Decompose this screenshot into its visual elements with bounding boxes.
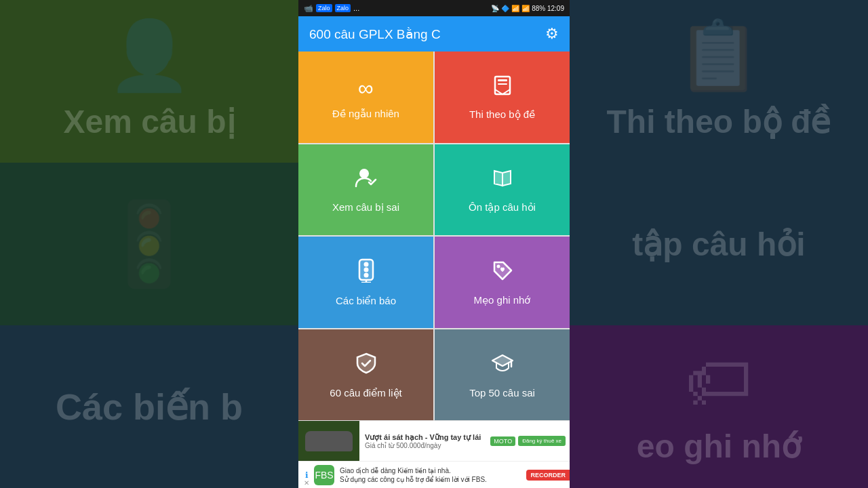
grid-item-cac-bien-bao[interactable]: Các biển báo [298,237,433,328]
grid-item-meo-ghi-nho[interactable]: Mẹo ghi nhớ [435,237,570,328]
svg-point-7 [363,273,368,278]
bg-panel-bot-right: 🏷 eo ghi nhớ [570,325,868,488]
ad-badge: MOTO [490,436,515,446]
status-bar: 📹 Zalo Zalo ... 📡 🔷 📶 📶 88% 12:09 [298,0,570,16]
recorder-badge: RECORDER [526,470,570,481]
grid-item-60-cau-diem-liet[interactable]: 60 câu điểm liệt [298,329,433,421]
main-grid: ∞ Đề ngẫu nhiên Thi theo bộ đề [298,52,570,420]
on-tap-cau-hoi-label: Ôn tập câu hỏi [469,201,536,214]
top-50-cau-sai-label: Top 50 câu sai [469,387,535,399]
ad-content: Vượt ái sát hạch - Vững tay tự lái Giá c… [359,430,490,452]
thi-theo-bo-de-label: Thi theo bộ đề [469,108,535,121]
zalo-icon-1: Zalo [316,4,332,12]
cac-bien-bao-label: Các biển báo [336,295,396,307]
cast-icon: 📡 [491,5,499,12]
book-open-icon [491,167,514,195]
camera-icon: 📹 [304,4,313,13]
battery-text: 88% 12:09 [532,5,564,12]
signal-icon: 📶 [521,5,530,12]
more-dots: ... [353,4,359,12]
shield-check-icon [355,352,378,380]
bg-panel-mid-left: 🚦 [0,163,298,325]
svg-marker-11 [492,355,513,366]
xem-cau-bi-sai-label: Xem câu bị sai [332,201,399,214]
bg-text-tap: tập câu hỏi [625,218,812,270]
bg-text-thi: Thi theo bộ đề [600,96,838,147]
tag-heart-icon [491,259,514,287]
bg-text-meo: eo ghi nhớ [630,420,808,472]
svg-rect-1 [498,79,507,81]
background-right: 📋 Thi theo bộ đề tập câu hỏi 🏷 eo ghi nh… [570,0,868,488]
bookmark-icon [492,75,513,102]
grid-item-de-ngau-nhien[interactable]: ∞ Đề ngẫu nhiên [298,52,433,143]
bg-text-xem: Xem câu bị [56,96,241,147]
ad-car-image [298,421,359,462]
svg-rect-2 [498,83,507,85]
settings-icon[interactable]: ⚙ [545,25,559,43]
graduation-icon [491,352,514,380]
bluetooth-icon: 🔷 [501,5,509,12]
infinity-icon: ∞ [358,76,374,101]
svg-point-6 [363,268,368,272]
ad-banner[interactable]: Vượt ái sát hạch - Vững tay tự lái Giá c… [298,420,570,461]
wifi-icon: 📶 [511,5,519,12]
phone-screen: 📹 Zalo Zalo ... 📡 🔷 📶 📶 88% 12:09 600 câ… [298,0,570,488]
60-cau-diem-liet-label: 60 câu điểm liệt [330,387,401,399]
app-header: 600 câu GPLX Bằng C ⚙ [298,16,570,52]
ad-subtitle: Giá chỉ từ 500.000đ/ngày [365,442,485,449]
bg-panel-bot-left: Các biến b [0,325,298,488]
svg-point-5 [363,262,368,267]
bg-icon-book: 📋 [600,16,838,96]
car-shape [305,431,353,451]
background-left: 👤 Xem câu bị 🚦 Các biến b [0,0,298,488]
bg-icon-person: 👤 [56,16,241,96]
bg-icon-traffic: 🚦 [98,197,200,292]
fbs-icon: FBS [314,465,334,485]
meo-ghi-nho-label: Mẹo ghi nhớ [474,294,531,306]
grid-item-top-50-cau-sai[interactable]: Top 50 câu sai [435,329,570,421]
person-check-icon [355,167,378,195]
bg-icon-tag: 🏷 [630,342,808,420]
bg-panel-mid-right: tập câu hỏi [570,163,868,325]
svg-point-10 [496,265,500,268]
app-title: 600 câu GPLX Bằng C [309,26,441,42]
bg-text-bien: Các biến b [49,379,250,435]
grid-item-on-tap-cau-hoi[interactable]: Ôn tập câu hỏi [435,144,570,236]
de-ngau-nhien-label: Đề ngẫu nhiên [332,108,399,120]
grid-item-xem-cau-bi-sai[interactable]: Xem câu bị sai [298,144,433,236]
status-right: 📡 🔷 📶 📶 88% 12:09 [491,5,564,12]
status-left: 📹 Zalo Zalo ... [304,4,359,13]
info-icon: ℹ [305,470,309,480]
close-button[interactable]: ✕ [304,479,309,487]
traffic-light-icon [357,258,376,288]
ad-title: Vượt ái sát hạch - Vững tay tự lái [365,433,485,442]
bg-panel-top-left: 👤 Xem câu bị [0,0,298,163]
ad-button[interactable]: Đăng ký thuê xe [518,436,566,446]
notification-bar: ℹ FBS Giao dịch dễ dàng Kiếm tiền tại nh… [298,461,570,488]
bg-panel-top-right: 📋 Thi theo bộ đề [570,0,868,163]
zalo-icon-2: Zalo [335,4,351,12]
grid-item-thi-theo-bo-de[interactable]: Thi theo bộ đề [435,52,570,143]
svg-point-3 [359,169,369,178]
